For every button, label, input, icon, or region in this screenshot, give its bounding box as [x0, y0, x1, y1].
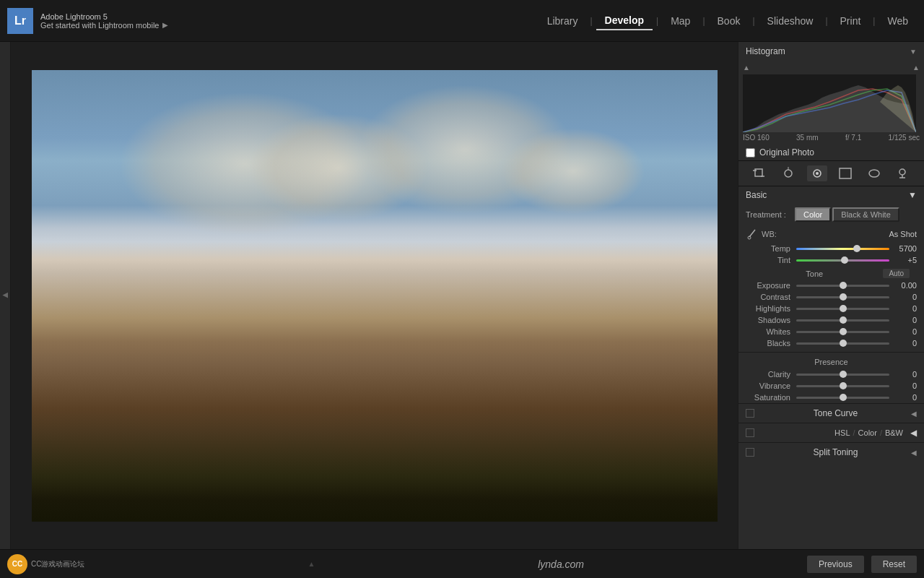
svg-point-7: [816, 172, 819, 175]
clarity-slider-row: Clarity 0: [738, 368, 924, 380]
tint-thumb[interactable]: [841, 256, 848, 264]
histogram-iso: ISO 160: [743, 134, 770, 142]
histogram-info: ISO 160 35 mm f/ 7.1 1/125 sec: [738, 132, 924, 144]
previous-button[interactable]: Previous: [807, 556, 864, 573]
saturation-value: 0: [895, 393, 917, 402]
blacks-label: Blacks: [746, 339, 790, 348]
highlights-track: [796, 308, 889, 310]
tone-curve-collapse-icon: ◀: [911, 410, 917, 418]
tint-slider-row: Tint +5: [738, 254, 924, 266]
color-treatment-button[interactable]: Color: [795, 207, 831, 222]
whites-value: 0: [895, 327, 917, 336]
lynda-logo: lynda.com: [538, 558, 584, 570]
graduated-filter-tool[interactable]: [835, 165, 855, 181]
nav-library[interactable]: Library: [539, 12, 587, 30]
saturation-label: Saturation: [746, 393, 790, 402]
split-toning-enable-checkbox[interactable]: [746, 448, 754, 457]
cc-badge: CC: [7, 554, 27, 574]
temp-label: Temp: [746, 244, 790, 253]
temp-slider-row: Temp 5700: [738, 243, 924, 254]
bw-treatment-button[interactable]: Black & White: [832, 207, 899, 222]
left-arrow-icon: ▶: [2, 292, 8, 300]
exposure-track: [796, 285, 889, 287]
auto-button[interactable]: Auto: [883, 269, 910, 278]
tone-curve-enable-checkbox[interactable]: [746, 409, 754, 418]
adjustment-brush-tool[interactable]: [892, 165, 912, 181]
tone-curve-row[interactable]: Tone Curve ◀: [738, 403, 924, 423]
app-tagline[interactable]: Get started with Lightroom mobile ▶: [40, 21, 168, 30]
tagline-arrow[interactable]: ▶: [162, 21, 168, 29]
histogram-shutter: 1/125 sec: [889, 134, 920, 142]
contrast-thumb[interactable]: [840, 293, 847, 301]
nav-map[interactable]: Map: [662, 12, 699, 30]
nav-web[interactable]: Web: [879, 12, 917, 30]
histogram-chart: [743, 74, 916, 132]
tint-track: [796, 259, 889, 262]
contrast-track: [796, 296, 889, 298]
split-toning-row[interactable]: Split Toning ◀: [738, 442, 924, 462]
image-area: [11, 42, 738, 549]
hsl-labels: HSL / Color / B&W: [834, 428, 903, 437]
watermark-text: CC游戏动画论坛: [31, 559, 84, 569]
wb-row: WB: As Shot: [738, 225, 924, 243]
crop-icon: [753, 167, 767, 180]
blacks-value: 0: [895, 339, 917, 348]
hsl-collapse-icon: ◀: [910, 428, 917, 438]
temp-thumb[interactable]: [853, 245, 860, 252]
histogram-highlight-clipping-icon[interactable]: ▲: [912, 64, 920, 72]
vibrance-thumb[interactable]: [840, 382, 847, 389]
redeye-icon: [810, 167, 824, 180]
blacks-track: [796, 342, 889, 345]
svg-rect-8: [840, 168, 851, 178]
nav-develop[interactable]: Develop: [596, 12, 653, 30]
tint-value: +5: [895, 256, 917, 264]
wb-label: WB:: [762, 230, 790, 238]
bw-label[interactable]: B&W: [885, 428, 903, 437]
highlights-thumb[interactable]: [840, 305, 847, 312]
radial-filter-icon: [867, 167, 881, 180]
app-info: Adobe Lightroom 5 Get started with Light…: [40, 12, 168, 30]
red-eye-tool[interactable]: [807, 165, 827, 181]
blacks-thumb[interactable]: [840, 340, 847, 347]
whites-label: Whites: [746, 327, 790, 336]
radial-filter-tool[interactable]: [864, 165, 884, 181]
hsl-enable-checkbox[interactable]: [746, 428, 754, 437]
histogram-header[interactable]: Histogram ▼: [738, 42, 924, 61]
svg-point-10: [899, 169, 905, 175]
nav-buttons: Previous Reset: [807, 556, 917, 573]
nav-print[interactable]: Print: [832, 12, 870, 30]
shadows-label: Shadows: [746, 316, 790, 324]
left-panel-toggle[interactable]: ▶: [0, 42, 11, 549]
original-photo-checkbox[interactable]: [746, 148, 755, 158]
saturation-thumb[interactable]: [840, 394, 847, 401]
vibrance-label: Vibrance: [746, 381, 790, 390]
tools-bar: [738, 161, 924, 186]
whites-thumb[interactable]: [840, 328, 847, 335]
crop-tool[interactable]: [750, 165, 770, 181]
basic-panel-header[interactable]: Basic ▼: [738, 186, 924, 204]
tint-label: Tint: [746, 256, 790, 264]
hsl-sep1: /: [853, 428, 855, 437]
color-label[interactable]: Color: [858, 428, 877, 437]
nav-slideshow[interactable]: Slideshow: [759, 12, 822, 30]
lr-logo: Lr: [7, 8, 33, 34]
tone-curve-label: Tone Curve: [760, 408, 911, 418]
reset-button[interactable]: Reset: [871, 556, 917, 573]
histogram-shadow-clipping-icon[interactable]: ▲: [743, 64, 750, 72]
eyedropper-tool[interactable]: [746, 228, 759, 241]
contrast-slider-row: Contrast 0: [738, 291, 924, 303]
saturation-slider-row: Saturation 0: [738, 392, 924, 403]
temp-track: [796, 248, 889, 250]
wb-value[interactable]: As Shot: [889, 230, 917, 238]
shadows-track: [796, 319, 889, 322]
svg-line-13: [749, 230, 755, 237]
nav-book[interactable]: Book: [709, 12, 749, 30]
hsl-label[interactable]: HSL: [834, 428, 850, 437]
exposure-thumb[interactable]: [840, 282, 847, 289]
shadows-slider-row: Shadows 0: [738, 314, 924, 326]
hsl-row[interactable]: HSL / Color / B&W ◀: [738, 423, 924, 442]
highlights-label: Highlights: [746, 304, 790, 313]
clarity-thumb[interactable]: [840, 371, 847, 378]
spot-removal-tool[interactable]: [778, 165, 798, 181]
shadows-thumb[interactable]: [840, 316, 847, 324]
